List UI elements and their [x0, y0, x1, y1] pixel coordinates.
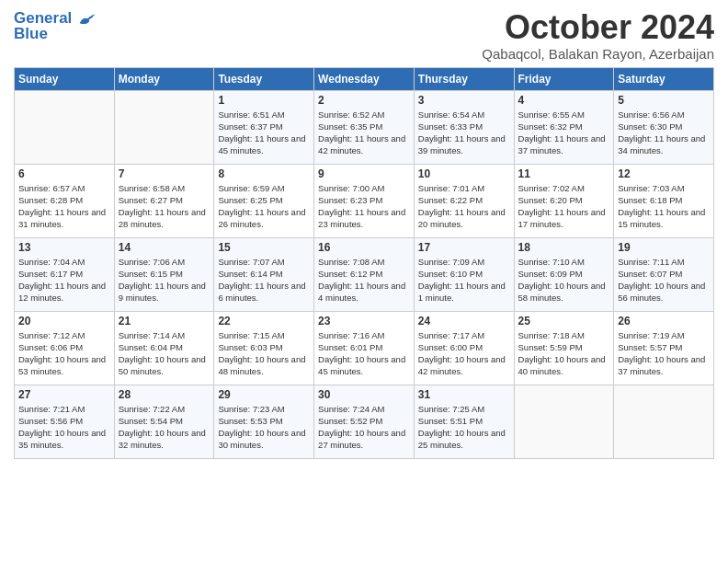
day-info: Sunrise: 7:02 AMSunset: 6:20 PMDaylight:…: [518, 182, 610, 231]
day-cell: 15Sunrise: 7:07 AMSunset: 6:14 PMDayligh…: [214, 237, 314, 311]
day-number: 29: [218, 388, 310, 401]
day-cell: 16Sunrise: 7:08 AMSunset: 6:12 PMDayligh…: [314, 237, 415, 311]
day-cell: 28Sunrise: 7:22 AMSunset: 5:54 PMDayligh…: [114, 385, 214, 458]
day-cell: 3Sunrise: 6:54 AMSunset: 6:33 PMDaylight…: [414, 90, 514, 164]
day-cell: 18Sunrise: 7:10 AMSunset: 6:09 PMDayligh…: [514, 237, 614, 311]
day-cell: 14Sunrise: 7:06 AMSunset: 6:15 PMDayligh…: [114, 237, 214, 311]
day-number: 22: [218, 315, 310, 327]
week-row-1: 1Sunrise: 6:51 AMSunset: 6:37 PMDaylight…: [15, 90, 714, 164]
day-info: Sunrise: 7:10 AMSunset: 6:09 PMDaylight:…: [518, 256, 610, 304]
day-cell: [114, 90, 214, 164]
day-number: 21: [119, 315, 210, 327]
day-cell: 11Sunrise: 7:02 AMSunset: 6:20 PMDayligh…: [514, 164, 614, 237]
day-number: 26: [618, 315, 710, 327]
day-info: Sunrise: 7:07 AMSunset: 6:14 PMDaylight:…: [218, 256, 310, 304]
day-cell: 25Sunrise: 7:18 AMSunset: 5:59 PMDayligh…: [514, 311, 614, 385]
day-cell: 23Sunrise: 7:16 AMSunset: 6:01 PMDayligh…: [314, 311, 415, 385]
day-cell: 13Sunrise: 7:04 AMSunset: 6:17 PMDayligh…: [15, 237, 115, 311]
day-cell: 26Sunrise: 7:19 AMSunset: 5:57 PMDayligh…: [614, 311, 714, 385]
day-cell: 20Sunrise: 7:12 AMSunset: 6:06 PMDayligh…: [15, 311, 115, 385]
day-info: Sunrise: 7:24 AMSunset: 5:52 PMDaylight:…: [318, 403, 410, 452]
header-thursday: Thursday: [414, 67, 514, 90]
header-saturday: Saturday: [614, 67, 714, 90]
day-number: 9: [318, 167, 410, 180]
header-monday: Monday: [114, 67, 214, 90]
day-info: Sunrise: 7:04 AMSunset: 6:17 PMDaylight:…: [18, 256, 110, 304]
day-number: 14: [119, 241, 210, 254]
week-row-4: 20Sunrise: 7:12 AMSunset: 6:06 PMDayligh…: [15, 311, 714, 385]
day-number: 24: [418, 315, 510, 327]
day-info: Sunrise: 6:54 AMSunset: 6:33 PMDaylight:…: [418, 109, 510, 157]
day-cell: 9Sunrise: 7:00 AMSunset: 6:23 PMDaylight…: [314, 164, 415, 237]
header-tuesday: Tuesday: [214, 67, 314, 90]
day-cell: [614, 385, 714, 458]
day-cell: 21Sunrise: 7:14 AMSunset: 6:04 PMDayligh…: [114, 311, 214, 385]
logo-blue: Blue: [14, 25, 48, 43]
day-info: Sunrise: 6:56 AMSunset: 6:30 PMDaylight:…: [618, 109, 710, 157]
day-info: Sunrise: 6:55 AMSunset: 6:32 PMDaylight:…: [518, 109, 610, 157]
location-subtitle: Qabaqcol, Balakan Rayon, Azerbaijan: [482, 46, 714, 62]
header: General Blue October 2024 Qabaqcol, Bala…: [14, 9, 714, 62]
day-info: Sunrise: 7:14 AMSunset: 6:04 PMDaylight:…: [119, 329, 210, 378]
day-number: 19: [618, 241, 710, 254]
day-info: Sunrise: 7:19 AMSunset: 5:57 PMDaylight:…: [618, 329, 710, 378]
day-cell: 2Sunrise: 6:52 AMSunset: 6:35 PMDaylight…: [314, 90, 415, 164]
day-info: Sunrise: 6:58 AMSunset: 6:27 PMDaylight:…: [119, 182, 210, 231]
day-number: 4: [518, 94, 610, 107]
day-cell: 30Sunrise: 7:24 AMSunset: 5:52 PMDayligh…: [314, 385, 415, 458]
day-info: Sunrise: 6:57 AMSunset: 6:28 PMDaylight:…: [18, 182, 110, 231]
day-cell: [15, 90, 115, 164]
day-cell: 29Sunrise: 7:23 AMSunset: 5:53 PMDayligh…: [214, 385, 314, 458]
day-number: 17: [418, 241, 510, 254]
day-info: Sunrise: 6:51 AMSunset: 6:37 PMDaylight:…: [218, 109, 310, 157]
week-row-2: 6Sunrise: 6:57 AMSunset: 6:28 PMDaylight…: [15, 164, 714, 237]
day-number: 5: [618, 94, 710, 107]
day-number: 10: [418, 167, 510, 180]
header-sunday: Sunday: [15, 67, 115, 90]
week-row-5: 27Sunrise: 7:21 AMSunset: 5:56 PMDayligh…: [15, 385, 714, 458]
day-cell: 7Sunrise: 6:58 AMSunset: 6:27 PMDaylight…: [114, 164, 214, 237]
day-info: Sunrise: 7:12 AMSunset: 6:06 PMDaylight:…: [18, 329, 110, 378]
day-info: Sunrise: 7:11 AMSunset: 6:07 PMDaylight:…: [618, 256, 710, 304]
day-cell: 19Sunrise: 7:11 AMSunset: 6:07 PMDayligh…: [614, 237, 714, 311]
day-info: Sunrise: 7:00 AMSunset: 6:23 PMDaylight:…: [318, 182, 410, 231]
day-number: 3: [418, 94, 510, 107]
header-friday: Friday: [514, 67, 614, 90]
title-area: October 2024 Qabaqcol, Balakan Rayon, Az…: [482, 9, 714, 62]
day-number: 1: [218, 94, 310, 107]
day-number: 12: [618, 167, 710, 180]
week-row-3: 13Sunrise: 7:04 AMSunset: 6:17 PMDayligh…: [15, 237, 714, 311]
day-cell: 22Sunrise: 7:15 AMSunset: 6:03 PMDayligh…: [214, 311, 314, 385]
day-number: 2: [318, 94, 410, 107]
day-number: 16: [318, 241, 410, 254]
day-cell: 10Sunrise: 7:01 AMSunset: 6:22 PMDayligh…: [414, 164, 514, 237]
day-info: Sunrise: 7:01 AMSunset: 6:22 PMDaylight:…: [418, 182, 510, 231]
day-info: Sunrise: 7:22 AMSunset: 5:54 PMDaylight:…: [119, 403, 210, 452]
day-info: Sunrise: 7:09 AMSunset: 6:10 PMDaylight:…: [418, 256, 510, 304]
day-info: Sunrise: 7:06 AMSunset: 6:15 PMDaylight:…: [119, 256, 210, 304]
day-number: 25: [518, 315, 610, 327]
day-info: Sunrise: 6:59 AMSunset: 6:25 PMDaylight:…: [218, 182, 310, 231]
logo: General Blue: [14, 9, 97, 43]
day-cell: 4Sunrise: 6:55 AMSunset: 6:32 PMDaylight…: [514, 90, 614, 164]
day-cell: 12Sunrise: 7:03 AMSunset: 6:18 PMDayligh…: [614, 164, 714, 237]
logo-bird-icon: [78, 12, 97, 27]
day-cell: 6Sunrise: 6:57 AMSunset: 6:28 PMDaylight…: [15, 164, 115, 237]
day-number: 15: [218, 241, 310, 254]
day-cell: [514, 385, 614, 458]
day-cell: 17Sunrise: 7:09 AMSunset: 6:10 PMDayligh…: [414, 237, 514, 311]
day-cell: 1Sunrise: 6:51 AMSunset: 6:37 PMDaylight…: [214, 90, 314, 164]
day-number: 6: [18, 167, 110, 180]
day-info: Sunrise: 7:23 AMSunset: 5:53 PMDaylight:…: [218, 403, 310, 452]
day-number: 23: [318, 315, 410, 327]
calendar-table: SundayMondayTuesdayWednesdayThursdayFrid…: [14, 67, 714, 459]
day-info: Sunrise: 6:52 AMSunset: 6:35 PMDaylight:…: [318, 109, 410, 157]
day-cell: 5Sunrise: 6:56 AMSunset: 6:30 PMDaylight…: [614, 90, 714, 164]
day-info: Sunrise: 7:25 AMSunset: 5:51 PMDaylight:…: [418, 403, 510, 452]
day-info: Sunrise: 7:17 AMSunset: 6:00 PMDaylight:…: [418, 329, 510, 378]
day-number: 7: [119, 167, 210, 180]
day-info: Sunrise: 7:08 AMSunset: 6:12 PMDaylight:…: [318, 256, 410, 304]
day-info: Sunrise: 7:21 AMSunset: 5:56 PMDaylight:…: [18, 403, 110, 452]
day-info: Sunrise: 7:16 AMSunset: 6:01 PMDaylight:…: [318, 329, 410, 378]
day-info: Sunrise: 7:15 AMSunset: 6:03 PMDaylight:…: [218, 329, 310, 378]
